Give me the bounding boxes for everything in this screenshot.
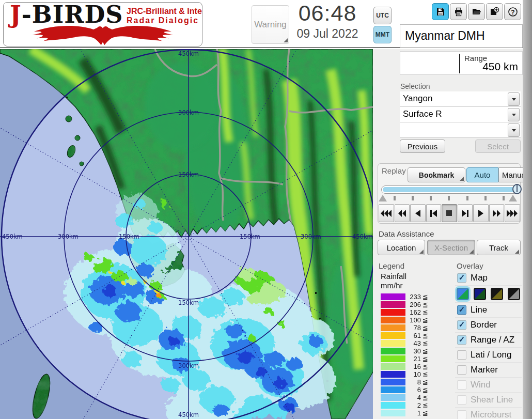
svg-text:?: ? (511, 8, 514, 15)
checkbox[interactable] (457, 365, 466, 375)
rewind-fast-button[interactable] (379, 204, 394, 222)
forward-icon (493, 210, 500, 217)
map-style-swatch-3[interactable] (491, 288, 503, 300)
legend-lte-symbol: ≦ (423, 363, 428, 370)
legend-row: 16≦ (381, 363, 443, 370)
help-button[interactable]: ? (504, 3, 521, 20)
legend-value: 100 (405, 316, 421, 324)
help-icon: ? (508, 7, 518, 17)
ring-label: 450km (352, 233, 373, 240)
site-dropdown-button[interactable] (508, 92, 520, 106)
product-dropdown-button[interactable] (508, 108, 520, 121)
open-folder-button[interactable] (468, 3, 485, 20)
tick (484, 196, 487, 200)
overlay-item-label: Wind (471, 380, 491, 390)
product-dropdown[interactable]: Surface R (400, 107, 521, 122)
bookmark-button[interactable]: Bookmark (408, 167, 465, 182)
utc-toggle-button[interactable]: UTC (373, 7, 392, 24)
xsection-button[interactable]: X-Section (427, 240, 475, 255)
overlay-item-wind: Wind (455, 378, 522, 393)
add-image-icon (490, 7, 499, 17)
rewind-button[interactable] (395, 204, 410, 222)
legend-value: 61 (405, 332, 421, 339)
map-style-swatch-2[interactable] (474, 288, 486, 300)
track-button[interactable]: Track (477, 240, 521, 255)
legend-row: 21≦ (381, 355, 443, 363)
replay-range-end-marker[interactable] (509, 195, 517, 201)
map-style-swatch-1[interactable] (457, 288, 469, 300)
legend-lte-symbol: ≦ (423, 324, 428, 332)
replay-range-start-marker[interactable] (379, 195, 387, 201)
overlay-item-shear-line: Shear Line (455, 393, 522, 408)
legend-swatch (381, 379, 405, 385)
overlay-item-label: Map (471, 273, 488, 283)
legend-block: Rainfall mm/hr 233≦206≦162≦100≦78≦61≦43≦… (381, 272, 443, 417)
ring-label: 450km (178, 50, 199, 57)
play-button[interactable] (473, 204, 489, 222)
legend-lte-symbol: ≦ (423, 301, 428, 308)
replay-group: Replay Bookmark Auto Manual (378, 163, 521, 224)
range-card: Range 450 km (400, 51, 523, 75)
replay-slider-handle[interactable] (512, 184, 522, 194)
forward-fast-icon (507, 210, 518, 217)
legend-value: 78 (405, 324, 421, 332)
stop-button[interactable] (442, 204, 457, 222)
legend-row: 206≦ (381, 301, 443, 308)
rewind-fast-icon (381, 210, 392, 217)
replay-progress-slider[interactable] (381, 185, 519, 194)
legend-value: 2 (405, 401, 421, 409)
radar-map[interactable]: 450km300km150km150km300km450km450km300km… (0, 49, 373, 419)
legend-row: 6≦ (381, 386, 443, 394)
add-image-button[interactable] (486, 3, 503, 20)
overlay-list: MapLineBorderRange / AZLati / LongMarker… (455, 271, 522, 419)
map-style-swatch-4[interactable] (508, 288, 520, 300)
location-button[interactable]: Location (378, 240, 425, 255)
open-folder-icon (472, 7, 481, 17)
checkbox[interactable] (457, 273, 466, 283)
save-button[interactable] (432, 3, 449, 20)
legend-swatch (381, 410, 405, 416)
checkbox[interactable] (457, 335, 466, 345)
option-dropdown[interactable] (400, 122, 521, 138)
option-dropdown-button[interactable] (508, 123, 520, 137)
warning-button[interactable]: Warning (252, 5, 289, 44)
play-reverse-button[interactable] (410, 204, 426, 222)
ring-label: 150km (240, 233, 260, 240)
transport-controls (379, 204, 520, 222)
tick (466, 196, 468, 200)
checkbox (457, 410, 466, 419)
legend-lte-symbol: ≦ (423, 339, 428, 347)
forward-fast-button[interactable] (505, 204, 520, 222)
tick (448, 196, 450, 200)
auto-mode-button[interactable]: Auto (466, 167, 498, 182)
legend-title-line2: mm/hr (381, 281, 443, 290)
legend-lte-symbol: ≦ (423, 386, 428, 394)
site-dropdown[interactable]: Yangon (400, 91, 521, 107)
legend-swatch (381, 371, 405, 378)
step-forward-button[interactable] (458, 204, 473, 222)
step-back-button[interactable] (426, 204, 442, 222)
legend-row: 78≦ (381, 324, 443, 332)
overlay-item-label: Marker (471, 365, 498, 375)
checkbox[interactable] (457, 320, 466, 330)
play-icon (478, 210, 483, 217)
tick (412, 196, 414, 200)
legend-row: 61≦ (381, 332, 443, 339)
data-assistance-label: Data Assistance (379, 229, 434, 238)
mmt-toggle-button[interactable]: MMT (373, 26, 392, 43)
checkbox[interactable] (457, 305, 466, 315)
previous-button[interactable]: Previous (400, 139, 445, 153)
option-dropdown-value (400, 122, 521, 125)
legend-swatch (381, 363, 405, 370)
legend-swatch (381, 386, 405, 393)
legend-row: 2≦ (381, 401, 443, 409)
chevron-down-icon (512, 129, 516, 132)
print-button[interactable] (450, 3, 467, 20)
legend-entries: 233≦206≦162≦100≦78≦61≦43≦30≦21≦16≦10≦8≦6… (381, 293, 443, 417)
forward-button[interactable] (489, 204, 505, 222)
checkbox[interactable] (457, 350, 466, 360)
site-dropdown-value: Yangon (400, 91, 521, 104)
step-back-icon (430, 210, 437, 217)
window-right-edge (523, 0, 532, 419)
ring-label: 150km (178, 299, 199, 306)
